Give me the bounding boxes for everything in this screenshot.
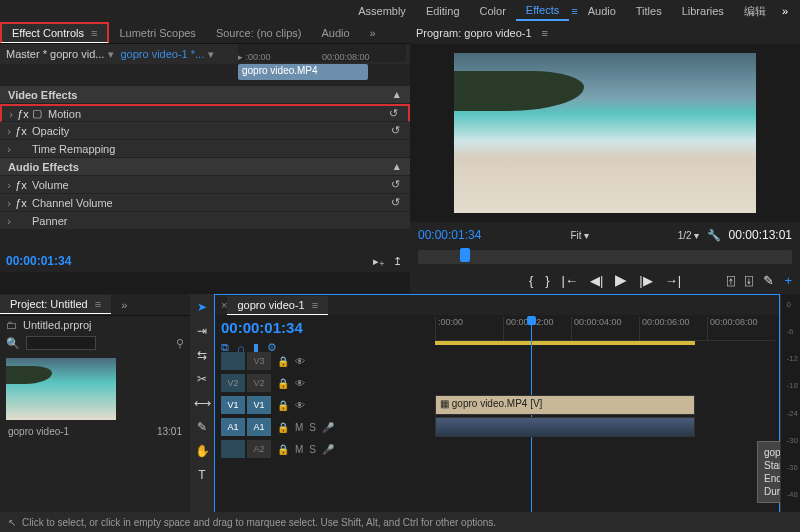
slip-tool-icon[interactable]: ⟷ xyxy=(193,394,211,412)
ec-mini-timeline[interactable]: ▸ :00:00 00:00:08:00 xyxy=(238,44,406,62)
master-clip-dropdown[interactable]: Master * gopro vid... xyxy=(6,48,104,60)
reset-icon[interactable]: ↺ xyxy=(391,196,400,209)
mark-out-icon[interactable]: } xyxy=(545,273,549,288)
export-frame-icon[interactable]: ↥ xyxy=(393,255,402,268)
button-editor-icon[interactable]: + xyxy=(784,273,792,288)
reset-icon[interactable]: ▴ xyxy=(394,160,400,173)
effect-time-remap-row[interactable]: › Time Remapping xyxy=(0,140,410,158)
track-v2[interactable]: V2 V2 🔒👁 xyxy=(221,373,775,393)
eye-icon[interactable]: 👁 xyxy=(295,356,305,367)
reset-icon[interactable]: ↺ xyxy=(391,124,400,137)
tab-project[interactable]: Project: Untitled ≡ xyxy=(0,295,111,314)
timeline-timecode[interactable]: 00:00:01:34 xyxy=(221,319,303,336)
timeline-ruler[interactable]: :00:00 00:00:02:00 00:00:04:00 00:00:06:… xyxy=(435,317,775,341)
video-clip[interactable]: ▦ gopro video.MP4 [V] xyxy=(435,395,695,415)
ripple-tool-icon[interactable]: ⇆ xyxy=(193,346,211,364)
fx-badge-icon[interactable]: ƒx xyxy=(14,125,28,137)
track-a1[interactable]: A1 A1 🔒MS🎤 xyxy=(221,417,775,437)
selection-tool-icon[interactable]: ➤ xyxy=(193,298,211,316)
workspace-color[interactable]: Color xyxy=(470,2,516,20)
effect-motion-row[interactable]: › ƒx ▢ Motion ↺ xyxy=(0,104,410,122)
workspace-audio[interactable]: Audio xyxy=(578,2,626,20)
audio-meter[interactable]: 0 -6 -12 -18 -24 -30 -36 -48 dB xyxy=(780,294,800,532)
go-to-out-icon[interactable]: →| xyxy=(665,273,681,288)
panel-menu-icon[interactable]: ≡ xyxy=(91,27,97,39)
mic-icon[interactable]: 🎤 xyxy=(322,444,334,455)
track-source-v2[interactable]: V2 xyxy=(221,374,245,392)
current-clip-name[interactable]: gopro video-1 *... xyxy=(120,48,204,60)
lock-icon[interactable]: 🔒 xyxy=(277,378,289,389)
twirl-icon[interactable]: › xyxy=(4,125,14,137)
track-target-v1[interactable]: V1 xyxy=(247,396,271,414)
lock-icon[interactable]: 🔒 xyxy=(277,400,289,411)
type-tool-icon[interactable]: T xyxy=(193,466,211,484)
track-target-a2[interactable]: A2 xyxy=(247,440,271,458)
track-a2[interactable]: A2 🔒MS🎤 xyxy=(221,439,775,459)
reset-icon[interactable]: ↺ xyxy=(391,178,400,191)
panel-menu-icon[interactable]: ≡ xyxy=(312,299,318,311)
crop-icon[interactable]: ▢ xyxy=(30,107,44,120)
panel-menu-icon[interactable]: ≡ xyxy=(95,298,101,310)
program-timecode[interactable]: 00:00:01:34 xyxy=(418,228,481,242)
effect-volume-row[interactable]: › ƒx Volume ↺ xyxy=(0,176,410,194)
project-search-input[interactable] xyxy=(26,336,96,350)
effect-opacity-row[interactable]: › ƒx Opacity ↺ xyxy=(0,122,410,140)
program-scrub-bar[interactable] xyxy=(418,250,792,264)
play-icon[interactable]: ▶ xyxy=(615,271,627,289)
track-v1[interactable]: V1 V1 🔒👁 ▦ gopro video.MP4 [V] xyxy=(221,395,775,415)
go-to-in-icon[interactable]: |← xyxy=(562,273,578,288)
pen-tool-icon[interactable]: ✎ xyxy=(193,418,211,436)
tab-audio[interactable]: Audio xyxy=(311,24,359,42)
workspace-effects[interactable]: Effects xyxy=(516,1,569,21)
reset-icon[interactable]: ▴ xyxy=(394,88,400,101)
audio-clip[interactable] xyxy=(435,417,695,437)
lock-icon[interactable]: 🔒 xyxy=(277,422,289,433)
work-area-bar[interactable] xyxy=(435,341,695,345)
track-target-a1[interactable]: A1 xyxy=(247,418,271,436)
workspace-editing[interactable]: Editing xyxy=(416,2,470,20)
program-monitor-view[interactable] xyxy=(410,44,800,222)
workspace-libraries[interactable]: Libraries xyxy=(672,2,734,20)
resolution-dropdown[interactable]: 1/2 ▾ xyxy=(678,230,699,241)
workspace-cjk[interactable]: 编辑 xyxy=(734,1,776,22)
twirl-icon[interactable]: › xyxy=(4,215,14,227)
search-icon[interactable]: 🔍 xyxy=(6,337,20,350)
step-back-icon[interactable]: ◀| xyxy=(590,273,603,288)
sequence-tab[interactable]: gopro video-1 ≡ xyxy=(227,296,328,315)
track-target-v3[interactable]: V3 xyxy=(247,352,271,370)
lock-icon[interactable]: 🔒 xyxy=(277,356,289,367)
project-overflow-icon[interactable]: » xyxy=(111,296,137,314)
effect-panner-row[interactable]: › Panner xyxy=(0,212,410,230)
fx-badge-icon[interactable]: ƒx xyxy=(14,179,28,191)
razor-tool-icon[interactable]: ✂ xyxy=(193,370,211,388)
filter-icon[interactable]: ⚲ xyxy=(176,337,184,350)
track-source-v1[interactable]: V1 xyxy=(221,396,245,414)
playhead-handle[interactable] xyxy=(460,248,470,262)
twirl-icon[interactable]: › xyxy=(4,197,14,209)
eye-icon[interactable]: 👁 xyxy=(295,378,305,389)
eye-icon[interactable]: 👁 xyxy=(295,400,305,411)
export-frame-icon[interactable]: ✎ xyxy=(763,273,774,288)
effect-channel-volume-row[interactable]: › ƒx Channel Volume ↺ xyxy=(0,194,410,212)
ec-timecode[interactable]: 00:00:01:34 xyxy=(6,254,71,268)
tab-lumetri-scopes[interactable]: Lumetri Scopes xyxy=(109,24,205,42)
panel-menu-icon[interactable]: ≡ xyxy=(532,24,558,42)
mark-in-icon[interactable]: { xyxy=(529,273,533,288)
lift-icon[interactable]: ⍐ xyxy=(727,273,735,288)
mic-icon[interactable]: 🎤 xyxy=(322,422,334,433)
lock-icon[interactable]: 🔒 xyxy=(277,444,289,455)
workspace-titles[interactable]: Titles xyxy=(626,2,672,20)
step-forward-icon[interactable]: |▶ xyxy=(639,273,652,288)
program-tab-label[interactable]: Program: gopro video-1 xyxy=(416,27,532,39)
tab-source[interactable]: Source: (no clips) xyxy=(206,24,312,42)
track-target-v2[interactable]: V2 xyxy=(247,374,271,392)
twirl-icon[interactable]: › xyxy=(6,108,16,120)
workspace-assembly[interactable]: Assembly xyxy=(348,2,416,20)
bin-icon[interactable]: 🗀 xyxy=(6,319,17,331)
extract-icon[interactable]: ⍗ xyxy=(745,273,753,288)
ec-overflow-icon[interactable]: » xyxy=(360,24,386,42)
track-source-a1[interactable]: A1 xyxy=(221,418,245,436)
hand-tool-icon[interactable]: ✋ xyxy=(193,442,211,460)
settings-icon[interactable]: 🔧 xyxy=(707,229,721,242)
project-clip-thumb[interactable] xyxy=(6,358,116,420)
